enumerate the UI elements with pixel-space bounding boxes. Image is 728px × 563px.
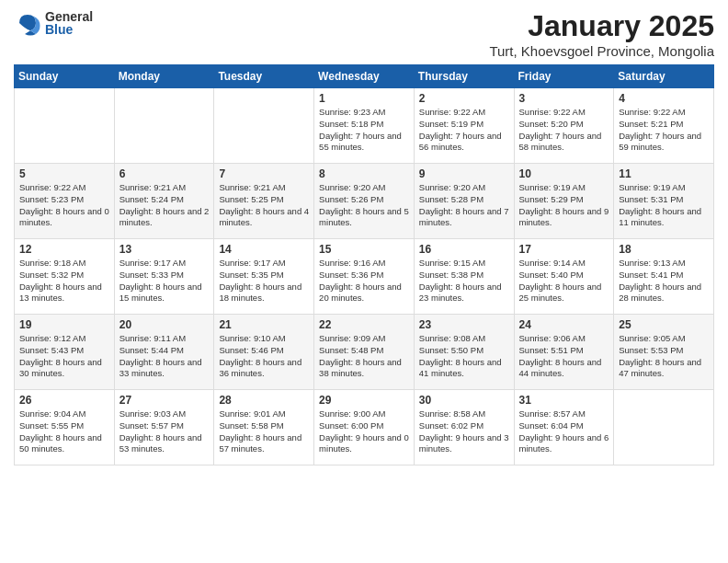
- calendar-cell: 12Sunrise: 9:18 AM Sunset: 5:32 PM Dayli…: [15, 239, 115, 315]
- day-detail: Sunrise: 9:19 AM Sunset: 5:31 PM Dayligh…: [619, 182, 709, 229]
- calendar-cell: 26Sunrise: 9:04 AM Sunset: 5:55 PM Dayli…: [15, 390, 115, 465]
- calendar-cell: 20Sunrise: 9:11 AM Sunset: 5:44 PM Dayli…: [114, 315, 214, 390]
- calendar-cell: 7Sunrise: 9:21 AM Sunset: 5:25 PM Daylig…: [214, 164, 314, 239]
- day-number: 5: [19, 167, 109, 180]
- day-detail: Sunrise: 9:20 AM Sunset: 5:28 PM Dayligh…: [419, 182, 509, 229]
- day-detail: Sunrise: 9:22 AM Sunset: 5:19 PM Dayligh…: [419, 107, 509, 154]
- day-number: 7: [219, 167, 309, 180]
- day-detail: Sunrise: 9:06 AM Sunset: 5:51 PM Dayligh…: [519, 333, 609, 380]
- day-detail: Sunrise: 9:18 AM Sunset: 5:32 PM Dayligh…: [19, 258, 109, 304]
- calendar-body: 1Sunrise: 9:23 AM Sunset: 5:18 PM Daylig…: [15, 88, 714, 465]
- calendar-cell: 22Sunrise: 9:09 AM Sunset: 5:48 PM Dayli…: [314, 315, 415, 390]
- calendar-cell: 19Sunrise: 9:12 AM Sunset: 5:43 PM Dayli…: [15, 315, 115, 390]
- day-number: 1: [319, 92, 409, 105]
- calendar-cell: [214, 88, 314, 164]
- header-monday: Monday: [114, 65, 214, 88]
- day-number: 30: [419, 394, 509, 407]
- day-number: 12: [19, 243, 109, 256]
- calendar-cell: 4Sunrise: 9:22 AM Sunset: 5:21 PM Daylig…: [614, 88, 714, 164]
- calendar-cell: 9Sunrise: 9:20 AM Sunset: 5:28 PM Daylig…: [414, 164, 514, 239]
- calendar-cell: 2Sunrise: 9:22 AM Sunset: 5:19 PM Daylig…: [414, 88, 514, 164]
- day-detail: Sunrise: 9:16 AM Sunset: 5:36 PM Dayligh…: [319, 258, 409, 304]
- calendar-cell: 6Sunrise: 9:21 AM Sunset: 5:24 PM Daylig…: [114, 164, 214, 239]
- day-number: 21: [219, 318, 309, 331]
- day-number: 24: [519, 318, 609, 331]
- calendar-header: Sunday Monday Tuesday Wednesday Thursday…: [15, 65, 714, 88]
- day-detail: Sunrise: 9:21 AM Sunset: 5:25 PM Dayligh…: [219, 182, 309, 229]
- day-number: 8: [319, 167, 409, 180]
- day-detail: Sunrise: 9:20 AM Sunset: 5:26 PM Dayligh…: [319, 182, 409, 229]
- day-detail: Sunrise: 9:09 AM Sunset: 5:48 PM Dayligh…: [319, 333, 409, 380]
- day-detail: Sunrise: 9:22 AM Sunset: 5:23 PM Dayligh…: [19, 182, 109, 229]
- header-friday: Friday: [514, 65, 614, 88]
- day-detail: Sunrise: 9:01 AM Sunset: 5:58 PM Dayligh…: [219, 408, 309, 455]
- day-detail: Sunrise: 8:58 AM Sunset: 6:02 PM Dayligh…: [419, 408, 509, 455]
- logo-icon: [14, 9, 41, 37]
- day-number: 19: [19, 318, 109, 331]
- calendar-cell: 1Sunrise: 9:23 AM Sunset: 5:18 PM Daylig…: [314, 88, 415, 164]
- day-number: 23: [419, 318, 509, 331]
- calendar-cell: [614, 390, 714, 465]
- calendar-cell: 29Sunrise: 9:00 AM Sunset: 6:00 PM Dayli…: [314, 390, 415, 465]
- calendar-cell: 8Sunrise: 9:20 AM Sunset: 5:26 PM Daylig…: [314, 164, 415, 239]
- page-container: General Blue January 2025 Turt, Khoevsgo…: [0, 0, 728, 475]
- day-number: 14: [219, 243, 309, 256]
- day-number: 6: [119, 167, 210, 180]
- day-detail: Sunrise: 9:17 AM Sunset: 5:35 PM Dayligh…: [219, 258, 309, 304]
- day-number: 25: [619, 318, 709, 331]
- day-number: 31: [519, 394, 609, 407]
- day-number: 4: [619, 92, 709, 105]
- day-number: 15: [319, 243, 409, 256]
- header-saturday: Saturday: [614, 65, 714, 88]
- calendar-cell: 16Sunrise: 9:15 AM Sunset: 5:38 PM Dayli…: [414, 239, 514, 315]
- day-detail: Sunrise: 9:08 AM Sunset: 5:50 PM Dayligh…: [419, 333, 509, 380]
- calendar-cell: 24Sunrise: 9:06 AM Sunset: 5:51 PM Dayli…: [514, 315, 614, 390]
- day-detail: Sunrise: 9:19 AM Sunset: 5:29 PM Dayligh…: [519, 182, 609, 229]
- day-detail: Sunrise: 9:14 AM Sunset: 5:40 PM Dayligh…: [519, 258, 609, 304]
- day-number: 13: [119, 243, 210, 256]
- day-number: 28: [219, 394, 309, 407]
- calendar-week-5: 26Sunrise: 9:04 AM Sunset: 5:55 PM Dayli…: [15, 390, 714, 465]
- day-number: 26: [19, 394, 109, 407]
- calendar-cell: 14Sunrise: 9:17 AM Sunset: 5:35 PM Dayli…: [214, 239, 314, 315]
- day-detail: Sunrise: 9:04 AM Sunset: 5:55 PM Dayligh…: [19, 408, 109, 455]
- calendar-table: Sunday Monday Tuesday Wednesday Thursday…: [14, 64, 714, 465]
- calendar-week-4: 19Sunrise: 9:12 AM Sunset: 5:43 PM Dayli…: [15, 315, 714, 390]
- day-detail: Sunrise: 9:21 AM Sunset: 5:24 PM Dayligh…: [119, 182, 210, 229]
- calendar-cell: 18Sunrise: 9:13 AM Sunset: 5:41 PM Dayli…: [614, 239, 714, 315]
- day-number: 16: [419, 243, 509, 256]
- header-tuesday: Tuesday: [214, 65, 314, 88]
- calendar-cell: 23Sunrise: 9:08 AM Sunset: 5:50 PM Dayli…: [414, 315, 514, 390]
- calendar-week-1: 1Sunrise: 9:23 AM Sunset: 5:18 PM Daylig…: [15, 88, 714, 164]
- day-detail: Sunrise: 9:15 AM Sunset: 5:38 PM Dayligh…: [419, 258, 509, 304]
- calendar-week-2: 5Sunrise: 9:22 AM Sunset: 5:23 PM Daylig…: [15, 164, 714, 239]
- calendar-cell: 21Sunrise: 9:10 AM Sunset: 5:46 PM Dayli…: [214, 315, 314, 390]
- title-section: January 2025 Turt, Khoevsgoel Province, …: [489, 9, 714, 59]
- day-number: 3: [519, 92, 609, 105]
- calendar-cell: 13Sunrise: 9:17 AM Sunset: 5:33 PM Dayli…: [114, 239, 214, 315]
- calendar-cell: [15, 88, 115, 164]
- day-detail: Sunrise: 9:12 AM Sunset: 5:43 PM Dayligh…: [19, 333, 109, 380]
- day-number: 11: [619, 167, 709, 180]
- day-detail: Sunrise: 9:10 AM Sunset: 5:46 PM Dayligh…: [219, 333, 309, 380]
- day-number: 27: [119, 394, 210, 407]
- calendar-cell: 11Sunrise: 9:19 AM Sunset: 5:31 PM Dayli…: [614, 164, 714, 239]
- calendar-cell: 27Sunrise: 9:03 AM Sunset: 5:57 PM Dayli…: [114, 390, 214, 465]
- calendar-cell: 30Sunrise: 8:58 AM Sunset: 6:02 PM Dayli…: [414, 390, 514, 465]
- day-number: 9: [419, 167, 509, 180]
- day-number: 18: [619, 243, 709, 256]
- day-detail: Sunrise: 9:17 AM Sunset: 5:33 PM Dayligh…: [119, 258, 210, 304]
- day-number: 20: [119, 318, 210, 331]
- day-detail: Sunrise: 9:22 AM Sunset: 5:21 PM Dayligh…: [619, 107, 709, 154]
- logo-blue-text: Blue: [45, 23, 93, 36]
- day-number: 2: [419, 92, 509, 105]
- day-number: 29: [319, 394, 409, 407]
- calendar-cell: 31Sunrise: 8:57 AM Sunset: 6:04 PM Dayli…: [514, 390, 614, 465]
- calendar-cell: 3Sunrise: 9:22 AM Sunset: 5:20 PM Daylig…: [514, 88, 614, 164]
- day-number: 22: [319, 318, 409, 331]
- location: Turt, Khoevsgoel Province, Mongolia: [489, 43, 714, 59]
- calendar-cell: 10Sunrise: 9:19 AM Sunset: 5:29 PM Dayli…: [514, 164, 614, 239]
- day-detail: Sunrise: 9:05 AM Sunset: 5:53 PM Dayligh…: [619, 333, 709, 380]
- calendar-cell: 28Sunrise: 9:01 AM Sunset: 5:58 PM Dayli…: [214, 390, 314, 465]
- header-thursday: Thursday: [414, 65, 514, 88]
